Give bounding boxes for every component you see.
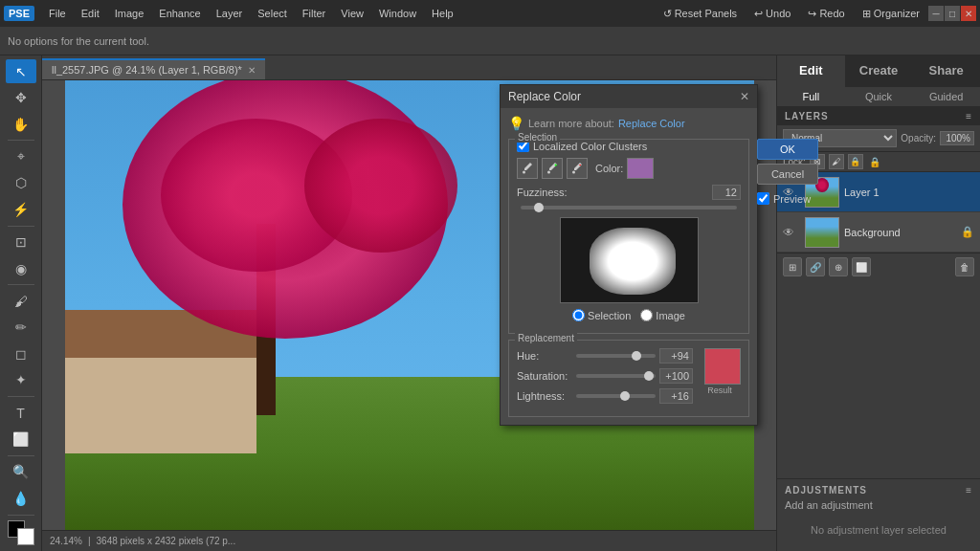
edit-tabs: Edit Create Share: [777, 55, 980, 87]
eyedropper-button[interactable]: [517, 158, 538, 179]
info-icon: 💡: [508, 116, 524, 131]
tool-marquee[interactable]: ⬡: [6, 171, 36, 195]
color-label: Color:: [595, 163, 623, 174]
tool-pencil[interactable]: ✏: [6, 316, 36, 340]
close-button[interactable]: ✕: [961, 6, 976, 21]
lock-all-button[interactable]: 🔒: [848, 154, 863, 169]
menu-help[interactable]: Help: [425, 5, 460, 22]
preview-label-row[interactable]: Preview: [757, 192, 818, 205]
organizer-button[interactable]: ⊞ Organizer: [857, 6, 925, 22]
tool-lasso[interactable]: ⌖: [6, 144, 36, 168]
dialog-info: 💡 Learn more about: Replace Color: [508, 116, 749, 131]
delete-layer-button[interactable]: 🗑: [955, 257, 974, 276]
menu-file[interactable]: File: [42, 5, 73, 22]
preview-selection-mask: [590, 228, 676, 295]
hue-slider-track[interactable]: [576, 354, 656, 358]
maximize-button[interactable]: □: [945, 6, 960, 21]
learn-more-link[interactable]: Replace Color: [618, 118, 685, 129]
tool-crop[interactable]: ⊡: [6, 230, 36, 253]
color-swatch[interactable]: [627, 158, 654, 179]
adjustments-title: ADJUSTMENTS: [785, 485, 867, 496]
hue-label: Hue:: [517, 350, 576, 362]
hue-input[interactable]: [659, 348, 693, 364]
tool-shape[interactable]: ⬜: [6, 427, 36, 451]
menu-view[interactable]: View: [334, 5, 370, 22]
create-group-button[interactable]: ⊞: [783, 257, 802, 276]
eyedropper-subtract-button[interactable]: -: [567, 158, 588, 179]
fuzziness-label: Fuzziness:: [517, 187, 708, 198]
image-radio-option[interactable]: Image: [640, 309, 685, 321]
adjustments-panel: ADJUSTMENTS ≡ Add an adjustment No adjus…: [777, 478, 980, 551]
tool-eyedropper[interactable]: 💧: [6, 486, 36, 510]
menu-layer[interactable]: Layer: [210, 5, 250, 22]
selection-radio[interactable]: [572, 309, 585, 321]
dialog-title-bar[interactable]: Replace Color ✕: [501, 85, 757, 108]
saturation-slider-track[interactable]: [576, 374, 656, 378]
cancel-button[interactable]: Cancel: [757, 164, 818, 185]
tool-redeye[interactable]: ◉: [6, 256, 36, 280]
tool-magic-wand[interactable]: ⚡: [6, 197, 36, 221]
menu-filter[interactable]: Filter: [296, 5, 332, 22]
menu-enhance[interactable]: Enhance: [152, 5, 207, 22]
add-mask-button[interactable]: ⬜: [852, 257, 871, 276]
eyedropper-add-button[interactable]: +: [542, 158, 563, 179]
result-swatch[interactable]: [704, 348, 741, 385]
image-radio[interactable]: [640, 309, 653, 321]
layer-bg-visibility-icon[interactable]: 👁: [783, 226, 800, 239]
reset-panels-button[interactable]: ↺ Reset Panels: [657, 6, 743, 22]
mode-guided[interactable]: Guided: [912, 87, 980, 106]
add-style-button[interactable]: ⊕: [829, 257, 848, 276]
canvas-tab[interactable]: ll_2557.JPG @ 24.1% (Layer 1, RGB/8)* ✕: [42, 58, 265, 79]
fuzziness-slider-track[interactable]: [521, 206, 737, 209]
fuzziness-slider-thumb[interactable]: [534, 203, 544, 212]
dialog-close-button[interactable]: ✕: [740, 90, 749, 103]
mode-quick[interactable]: Quick: [845, 87, 913, 106]
menu-select[interactable]: Select: [251, 5, 294, 22]
lock-image-button[interactable]: 🖌: [829, 154, 844, 169]
menu-window[interactable]: Window: [372, 5, 423, 22]
preview-checkbox[interactable]: [757, 192, 769, 205]
layer-item-background[interactable]: 👁 Background 🔒: [777, 212, 980, 253]
fuzziness-input[interactable]: [712, 185, 741, 200]
lightness-input[interactable]: [659, 388, 693, 404]
redo-button[interactable]: ↪ Redo: [802, 6, 850, 22]
saturation-input[interactable]: [659, 368, 693, 384]
hue-slider-thumb[interactable]: [632, 351, 641, 361]
main-area: ↖ ✥ ✋ ⌖ ⬡ ⚡ ⊡ ◉ 🖌 ✏ ◻ ✦ T ⬜ 🔍 💧 ll_2557.…: [0, 55, 980, 551]
opacity-input[interactable]: [940, 131, 974, 145]
saturation-slider-thumb[interactable]: [644, 371, 654, 381]
undo-icon: ↩: [754, 8, 763, 20]
tab-close-button[interactable]: ✕: [248, 65, 256, 76]
lightness-slider-thumb[interactable]: [620, 391, 630, 401]
layers-panel-options[interactable]: ≡: [966, 111, 972, 121]
tool-zoom[interactable]: 🔍: [6, 460, 36, 484]
tool-select[interactable]: ↖: [6, 59, 36, 83]
menu-image[interactable]: Image: [108, 5, 151, 22]
status-separator: |: [88, 536, 91, 546]
adjustments-empty: No adjustment layer selected: [785, 515, 972, 545]
ok-button[interactable]: OK: [757, 139, 818, 160]
tool-text[interactable]: T: [6, 401, 36, 425]
selection-radio-label: Selection: [588, 310, 631, 321]
undo-button[interactable]: ↩ Undo: [748, 6, 796, 22]
tool-brush[interactable]: 🖌: [6, 289, 36, 313]
tool-eraser[interactable]: ◻: [6, 342, 36, 365]
tab-create[interactable]: Create: [845, 55, 913, 87]
result-area: Result: [699, 348, 741, 395]
lightness-slider-track[interactable]: [576, 394, 656, 398]
tool-clone[interactable]: ✦: [6, 368, 36, 392]
layers-toolbar: ⊞ 🔗 ⊕ ⬜ 🗑: [777, 253, 980, 280]
mode-full[interactable]: Full: [777, 87, 845, 106]
tab-share[interactable]: Share: [912, 55, 980, 87]
layers-header: LAYERS ≡: [777, 107, 980, 125]
selection-radio-option[interactable]: Selection: [572, 309, 631, 321]
tool-hand[interactable]: ✋: [6, 112, 36, 136]
foreground-background-colors[interactable]: [8, 520, 34, 544]
menu-edit[interactable]: Edit: [75, 5, 106, 22]
link-layers-button[interactable]: 🔗: [806, 257, 825, 276]
tab-edit[interactable]: Edit: [777, 55, 845, 87]
tab-label: ll_2557.JPG @ 24.1% (Layer 1, RGB/8)*: [52, 64, 242, 76]
minimize-button[interactable]: ─: [928, 6, 944, 21]
adjustments-options[interactable]: ≡: [966, 485, 972, 496]
tool-move[interactable]: ✥: [6, 85, 36, 109]
